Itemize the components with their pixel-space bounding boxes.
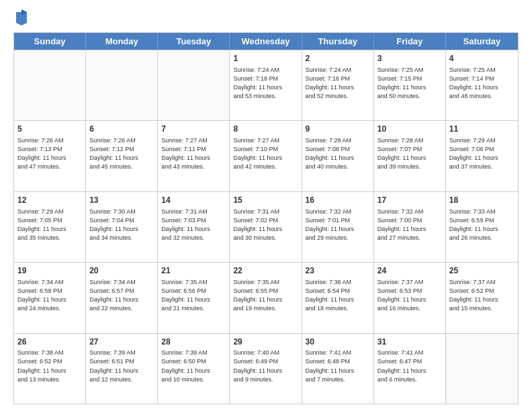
day-info: Sunrise: 7:24 AM Sunset: 7:18 PM Dayligh… bbox=[233, 66, 298, 101]
day-info: Sunrise: 7:35 AM Sunset: 6:55 PM Dayligh… bbox=[233, 278, 298, 313]
day-cell-13: 13Sunrise: 7:30 AM Sunset: 7:04 PM Dayli… bbox=[86, 192, 158, 262]
day-cell-26: 26Sunrise: 7:38 AM Sunset: 6:52 PM Dayli… bbox=[14, 334, 86, 404]
page: SundayMondayTuesdayWednesdayThursdayFrid… bbox=[0, 0, 532, 411]
day-cell-15: 15Sunrise: 7:31 AM Sunset: 7:02 PM Dayli… bbox=[230, 192, 302, 262]
day-info: Sunrise: 7:28 AM Sunset: 7:08 PM Dayligh… bbox=[306, 136, 370, 171]
day-info: Sunrise: 7:27 AM Sunset: 7:10 PM Dayligh… bbox=[233, 136, 298, 171]
empty-cell-0-0 bbox=[14, 50, 86, 120]
empty-cell-4-6 bbox=[446, 334, 518, 404]
day-info: Sunrise: 7:37 AM Sunset: 6:52 PM Dayligh… bbox=[449, 278, 515, 313]
day-number: 24 bbox=[378, 265, 442, 277]
day-cell-17: 17Sunrise: 7:32 AM Sunset: 7:00 PM Dayli… bbox=[374, 192, 446, 262]
header bbox=[13, 11, 519, 26]
weekday-header-sunday: Sunday bbox=[14, 33, 86, 50]
day-info: Sunrise: 7:34 AM Sunset: 6:57 PM Dayligh… bbox=[89, 278, 154, 313]
day-info: Sunrise: 7:31 AM Sunset: 7:02 PM Dayligh… bbox=[233, 208, 298, 242]
weekday-header-thursday: Thursday bbox=[302, 33, 374, 50]
day-cell-4: 4Sunrise: 7:25 AM Sunset: 7:14 PM Daylig… bbox=[446, 50, 518, 120]
day-cell-2: 2Sunrise: 7:24 AM Sunset: 7:16 PM Daylig… bbox=[302, 50, 374, 120]
day-info: Sunrise: 7:29 AM Sunset: 7:06 PM Dayligh… bbox=[449, 136, 515, 171]
day-number: 5 bbox=[17, 124, 82, 135]
day-cell-27: 27Sunrise: 7:39 AM Sunset: 6:51 PM Dayli… bbox=[86, 334, 158, 404]
day-cell-20: 20Sunrise: 7:34 AM Sunset: 6:57 PM Dayli… bbox=[86, 263, 158, 332]
day-number: 8 bbox=[233, 124, 298, 135]
day-cell-8: 8Sunrise: 7:27 AM Sunset: 7:10 PM Daylig… bbox=[230, 121, 302, 191]
day-info: Sunrise: 7:25 AM Sunset: 7:15 PM Dayligh… bbox=[378, 66, 442, 101]
day-cell-25: 25Sunrise: 7:37 AM Sunset: 6:52 PM Dayli… bbox=[446, 263, 518, 332]
day-info: Sunrise: 7:32 AM Sunset: 7:00 PM Dayligh… bbox=[378, 208, 442, 242]
calendar-row-3: 19Sunrise: 7:34 AM Sunset: 6:58 PM Dayli… bbox=[14, 262, 518, 332]
day-cell-9: 9Sunrise: 7:28 AM Sunset: 7:08 PM Daylig… bbox=[302, 121, 374, 191]
day-number: 15 bbox=[233, 195, 298, 206]
day-info: Sunrise: 7:28 AM Sunset: 7:07 PM Dayligh… bbox=[378, 136, 442, 171]
day-info: Sunrise: 7:37 AM Sunset: 6:53 PM Dayligh… bbox=[378, 278, 442, 313]
day-number: 28 bbox=[161, 336, 226, 348]
day-number: 17 bbox=[378, 195, 442, 206]
day-info: Sunrise: 7:29 AM Sunset: 7:05 PM Dayligh… bbox=[17, 208, 82, 242]
weekday-header-friday: Friday bbox=[374, 33, 446, 50]
day-cell-1: 1Sunrise: 7:24 AM Sunset: 7:18 PM Daylig… bbox=[230, 50, 302, 120]
day-number: 29 bbox=[233, 336, 298, 348]
day-info: Sunrise: 7:25 AM Sunset: 7:14 PM Dayligh… bbox=[449, 66, 515, 101]
day-number: 16 bbox=[306, 195, 370, 206]
day-info: Sunrise: 7:36 AM Sunset: 6:54 PM Dayligh… bbox=[306, 278, 370, 313]
day-info: Sunrise: 7:35 AM Sunset: 6:56 PM Dayligh… bbox=[161, 278, 226, 313]
logo-icon bbox=[15, 9, 28, 26]
day-cell-5: 5Sunrise: 7:26 AM Sunset: 7:13 PM Daylig… bbox=[14, 121, 86, 191]
day-cell-24: 24Sunrise: 7:37 AM Sunset: 6:53 PM Dayli… bbox=[374, 263, 446, 332]
day-number: 27 bbox=[89, 336, 154, 348]
day-number: 21 bbox=[161, 265, 226, 277]
day-info: Sunrise: 7:41 AM Sunset: 6:47 PM Dayligh… bbox=[378, 349, 442, 383]
day-info: Sunrise: 7:40 AM Sunset: 6:49 PM Dayligh… bbox=[233, 349, 298, 383]
day-number: 19 bbox=[17, 265, 82, 277]
day-number: 1 bbox=[233, 53, 298, 64]
calendar-header-row: SundayMondayTuesdayWednesdayThursdayFrid… bbox=[14, 33, 518, 50]
day-cell-6: 6Sunrise: 7:26 AM Sunset: 7:12 PM Daylig… bbox=[86, 121, 158, 191]
day-info: Sunrise: 7:39 AM Sunset: 6:50 PM Dayligh… bbox=[161, 349, 226, 383]
day-number: 23 bbox=[306, 265, 370, 277]
day-info: Sunrise: 7:39 AM Sunset: 6:51 PM Dayligh… bbox=[89, 349, 154, 383]
day-number: 11 bbox=[449, 124, 515, 135]
day-number: 4 bbox=[449, 53, 515, 64]
calendar-body: 1Sunrise: 7:24 AM Sunset: 7:18 PM Daylig… bbox=[14, 50, 518, 404]
day-cell-3: 3Sunrise: 7:25 AM Sunset: 7:15 PM Daylig… bbox=[374, 50, 446, 120]
weekday-header-tuesday: Tuesday bbox=[158, 33, 230, 50]
weekday-header-wednesday: Wednesday bbox=[230, 33, 302, 50]
day-cell-21: 21Sunrise: 7:35 AM Sunset: 6:56 PM Dayli… bbox=[158, 263, 230, 332]
day-info: Sunrise: 7:33 AM Sunset: 6:59 PM Dayligh… bbox=[449, 208, 515, 242]
day-info: Sunrise: 7:27 AM Sunset: 7:11 PM Dayligh… bbox=[161, 136, 226, 171]
day-cell-18: 18Sunrise: 7:33 AM Sunset: 6:59 PM Dayli… bbox=[446, 192, 518, 262]
weekday-header-monday: Monday bbox=[86, 33, 158, 50]
day-cell-29: 29Sunrise: 7:40 AM Sunset: 6:49 PM Dayli… bbox=[230, 334, 302, 404]
day-number: 22 bbox=[233, 265, 298, 277]
day-cell-28: 28Sunrise: 7:39 AM Sunset: 6:50 PM Dayli… bbox=[158, 334, 230, 404]
day-cell-19: 19Sunrise: 7:34 AM Sunset: 6:58 PM Dayli… bbox=[14, 263, 86, 332]
logo bbox=[13, 11, 28, 26]
day-cell-23: 23Sunrise: 7:36 AM Sunset: 6:54 PM Dayli… bbox=[302, 263, 374, 332]
day-cell-11: 11Sunrise: 7:29 AM Sunset: 7:06 PM Dayli… bbox=[446, 121, 518, 191]
day-info: Sunrise: 7:30 AM Sunset: 7:04 PM Dayligh… bbox=[89, 208, 154, 242]
empty-cell-0-1 bbox=[86, 50, 158, 120]
calendar-row-1: 5Sunrise: 7:26 AM Sunset: 7:13 PM Daylig… bbox=[14, 120, 518, 191]
day-cell-31: 31Sunrise: 7:41 AM Sunset: 6:47 PM Dayli… bbox=[374, 334, 446, 404]
day-number: 6 bbox=[89, 124, 154, 135]
calendar-row-0: 1Sunrise: 7:24 AM Sunset: 7:18 PM Daylig… bbox=[14, 50, 518, 120]
day-info: Sunrise: 7:26 AM Sunset: 7:13 PM Dayligh… bbox=[17, 136, 82, 171]
day-number: 25 bbox=[449, 265, 515, 277]
day-cell-30: 30Sunrise: 7:41 AM Sunset: 6:48 PM Dayli… bbox=[302, 334, 374, 404]
day-info: Sunrise: 7:31 AM Sunset: 7:03 PM Dayligh… bbox=[161, 208, 226, 242]
day-cell-7: 7Sunrise: 7:27 AM Sunset: 7:11 PM Daylig… bbox=[158, 121, 230, 191]
day-info: Sunrise: 7:32 AM Sunset: 7:01 PM Dayligh… bbox=[306, 208, 370, 242]
calendar-row-2: 12Sunrise: 7:29 AM Sunset: 7:05 PM Dayli… bbox=[14, 191, 518, 262]
day-info: Sunrise: 7:38 AM Sunset: 6:52 PM Dayligh… bbox=[17, 349, 82, 383]
day-number: 13 bbox=[89, 195, 154, 206]
day-cell-12: 12Sunrise: 7:29 AM Sunset: 7:05 PM Dayli… bbox=[14, 192, 86, 262]
day-number: 3 bbox=[378, 53, 442, 64]
day-cell-16: 16Sunrise: 7:32 AM Sunset: 7:01 PM Dayli… bbox=[302, 192, 374, 262]
day-number: 18 bbox=[449, 195, 515, 206]
day-number: 12 bbox=[17, 195, 82, 206]
day-number: 9 bbox=[306, 124, 370, 135]
day-number: 26 bbox=[17, 336, 82, 348]
day-number: 30 bbox=[306, 336, 370, 348]
day-cell-10: 10Sunrise: 7:28 AM Sunset: 7:07 PM Dayli… bbox=[374, 121, 446, 191]
